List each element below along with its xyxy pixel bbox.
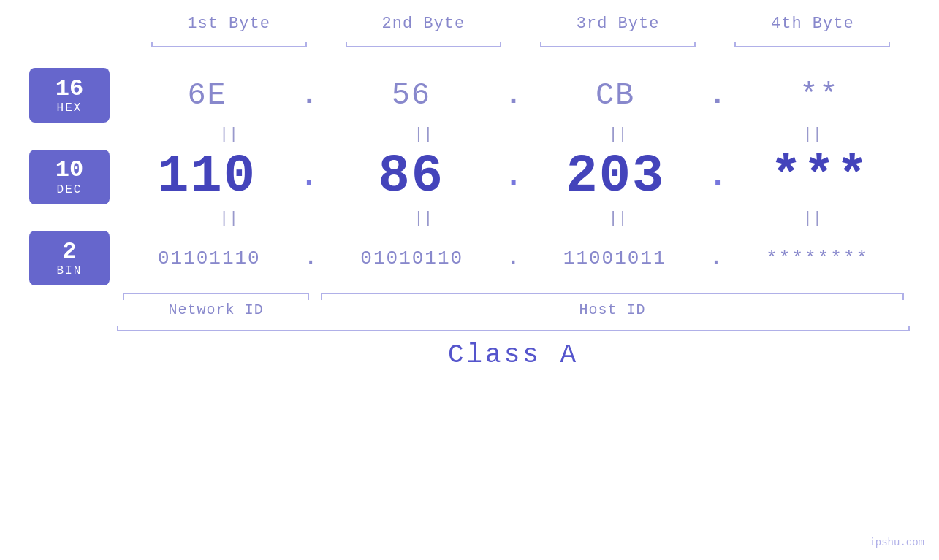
byte1-header: 1st Byte <box>132 15 326 33</box>
bottom-bracket-section: Network ID Host ID <box>29 293 910 318</box>
eq1-2: || <box>326 126 520 144</box>
dec-byte3: 203 <box>525 147 705 207</box>
dec-base-label: DEC <box>57 183 83 196</box>
dec-bytes: 110 . 86 . 203 . *** <box>117 147 910 207</box>
bracket-cell-1 <box>132 40 326 53</box>
network-id-line <box>123 293 309 294</box>
bin-base-number: 2 <box>62 239 76 264</box>
bracket-cell-2 <box>326 40 520 53</box>
main-container: 1st Byte 2nd Byte 3rd Byte 4th Byte 16 H… <box>0 0 939 560</box>
host-id-label: Host ID <box>315 302 910 318</box>
network-tick-left <box>123 293 124 300</box>
bin-byte1: 01101110 <box>117 248 302 269</box>
byte-headers: 1st Byte 2nd Byte 3rd Byte 4th Byte <box>29 15 910 33</box>
bin-bytes: 01101110 . 01010110 . 11001011 . *******… <box>117 248 910 269</box>
top-bracket-row <box>29 40 910 53</box>
watermark: ipshu.com <box>869 537 924 548</box>
dec-byte2: 86 <box>322 147 501 207</box>
class-line <box>117 330 910 331</box>
bracket-line-4 <box>734 46 890 47</box>
dec-base-number: 10 <box>56 157 83 183</box>
dec-byte1: 110 <box>117 147 297 207</box>
hex-byte1: 6E <box>117 78 297 113</box>
hex-base-label: HEX <box>57 101 83 115</box>
host-tick-left <box>321 293 322 300</box>
host-tick-right <box>902 293 904 300</box>
bin-byte2: 01010110 <box>319 248 504 269</box>
byte4-header: 4th Byte <box>715 15 910 33</box>
host-id-section: Host ID <box>315 293 910 318</box>
byte3-header: 3rd Byte <box>521 15 715 33</box>
byte2-header: 2nd Byte <box>326 15 520 33</box>
eq2-4: || <box>715 210 910 228</box>
network-tick-right <box>308 293 309 300</box>
host-id-line <box>321 293 904 294</box>
class-a-label: Class A <box>117 340 910 370</box>
network-id-section: Network ID <box>117 293 315 318</box>
hex-byte4: ** <box>729 78 910 113</box>
bin-dot1: . <box>302 248 320 269</box>
bin-byte3: 11001011 <box>522 248 707 269</box>
bracket-line-3 <box>540 46 696 47</box>
hex-dot2: . <box>501 81 525 110</box>
bin-badge: 2 BIN <box>29 231 110 285</box>
hex-byte2: 56 <box>321 78 501 113</box>
equals-row-2: || || || || <box>29 210 910 228</box>
bracket-cell-4 <box>715 40 910 53</box>
eq2-2: || <box>326 210 520 228</box>
dec-byte4: *** <box>730 147 910 207</box>
bracket-line-2 <box>346 46 501 47</box>
eq1-1: || <box>132 126 326 144</box>
bracket-line-1 <box>151 46 307 47</box>
bin-dot3: . <box>707 248 726 269</box>
dec-dot3: . <box>705 161 729 192</box>
eq2-1: || <box>132 210 326 228</box>
eq1-3: || <box>521 126 715 144</box>
class-section: Class A <box>29 330 910 370</box>
bin-row: 2 BIN 01101110 . 01010110 . 11001011 . *… <box>29 231 910 285</box>
hex-dot1: . <box>297 81 321 110</box>
hex-base-number: 16 <box>56 76 83 101</box>
hex-badge: 16 HEX <box>29 68 110 123</box>
bin-dot2: . <box>504 248 522 269</box>
bracket-cell-3 <box>521 40 715 53</box>
hex-dot3: . <box>706 81 729 110</box>
class-tick-right <box>908 326 910 331</box>
hex-bytes: 6E . 56 . CB . ** <box>117 78 910 113</box>
eq1-4: || <box>715 126 910 144</box>
bin-byte4: ******** <box>725 248 910 269</box>
hex-row: 16 HEX 6E . 56 . CB . ** <box>29 68 910 123</box>
class-tick-left <box>117 326 118 331</box>
eq2-3: || <box>521 210 715 228</box>
dec-dot2: . <box>501 161 525 192</box>
equals-row-1: || || || || <box>29 126 910 144</box>
hex-byte3: CB <box>525 78 706 113</box>
bin-base-label: BIN <box>57 264 83 277</box>
network-id-label: Network ID <box>117 302 315 318</box>
dec-dot1: . <box>297 161 321 192</box>
dec-badge: 10 DEC <box>29 150 110 204</box>
dec-row: 10 DEC 110 . 86 . 203 . *** <box>29 147 910 207</box>
